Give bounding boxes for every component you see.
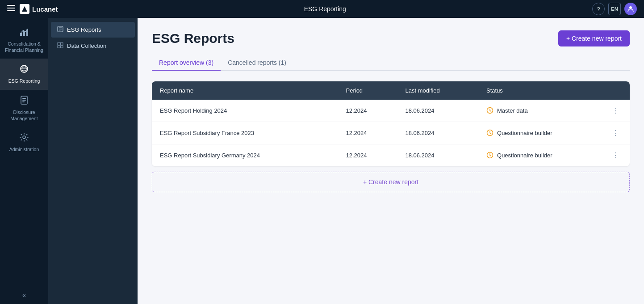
svg-rect-2 xyxy=(7,10,15,11)
sidebar-item-consolidation-label: Consolidation & Financial Planning xyxy=(2,41,46,53)
cell-status: Questionnaire builder ⋮ xyxy=(478,144,630,166)
svg-rect-16 xyxy=(59,30,61,30)
cell-last-modified: 18.06.2024 xyxy=(397,100,478,122)
secondary-sidebar-item-esg-reports[interactable]: ESG Reports xyxy=(51,22,135,38)
svg-rect-10 xyxy=(22,100,26,101)
col-report-name: Report name xyxy=(152,81,338,100)
svg-rect-11 xyxy=(22,101,25,102)
svg-rect-5 xyxy=(23,31,25,36)
content-area: ESG Reports + Create new report Report o… xyxy=(138,18,644,304)
sidebar: Consolidation & Financial Planning ESG R… xyxy=(0,18,48,304)
svg-rect-17 xyxy=(58,42,60,45)
page-title: ESG Reports xyxy=(152,31,234,46)
tab-report-overview[interactable]: Report overview (3) xyxy=(152,55,221,71)
main-layout: Consolidation & Financial Planning ESG R… xyxy=(0,18,644,304)
user-avatar[interactable] xyxy=(624,3,637,15)
col-status: Status xyxy=(478,81,630,100)
table-row: ESG Report Subsidiary Germany 2024 12.20… xyxy=(152,144,630,166)
sidebar-item-admin[interactable]: Administration xyxy=(0,127,48,158)
table-row: ESG Report Subsidiary France 2023 12.202… xyxy=(152,122,630,144)
svg-rect-20 xyxy=(61,46,63,48)
tab-cancelled-reports[interactable]: Cancelled reports (1) xyxy=(221,55,293,71)
app-name: ESG Reporting xyxy=(304,5,346,13)
sidebar-item-consolidation[interactable]: Consolidation & Financial Planning xyxy=(0,21,48,59)
secondary-sidebar-item-esg-reports-label: ESG Reports xyxy=(67,26,101,33)
esg-icon xyxy=(19,64,29,76)
status-label: Questionnaire builder xyxy=(497,152,552,159)
svg-rect-14 xyxy=(59,28,62,28)
logo: Lucanet xyxy=(20,4,58,14)
cell-status: Master data ⋮ xyxy=(478,100,630,122)
status-label: Master data xyxy=(497,107,528,114)
cell-report-name: ESG Report Holding 2024 xyxy=(152,100,338,122)
svg-rect-15 xyxy=(59,29,62,29)
table-row: ESG Report Holding 2024 12.2024 18.06.20… xyxy=(152,100,630,122)
cell-report-name: ESG Report Subsidiary Germany 2024 xyxy=(152,144,338,166)
cell-period: 12.2024 xyxy=(338,144,397,166)
report-table: Report name Period Last modified Status … xyxy=(152,81,630,166)
cell-period: 12.2024 xyxy=(338,122,397,144)
help-icon[interactable]: ? xyxy=(592,3,605,15)
svg-rect-19 xyxy=(58,46,60,48)
data-collection-icon xyxy=(57,42,63,50)
svg-point-12 xyxy=(23,136,25,139)
menu-icon[interactable] xyxy=(7,5,15,13)
consolidation-icon xyxy=(19,27,29,39)
col-period: Period xyxy=(338,81,397,100)
col-last-modified: Last modified xyxy=(397,81,478,100)
sidebar-item-esg[interactable]: ESG Reporting xyxy=(0,59,48,90)
secondary-sidebar-item-data-collection[interactable]: Data Collection xyxy=(51,38,135,54)
svg-rect-0 xyxy=(7,5,15,6)
cell-period: 12.2024 xyxy=(338,100,397,122)
secondary-sidebar-item-data-collection-label: Data Collection xyxy=(67,42,106,49)
svg-rect-1 xyxy=(7,8,15,8)
admin-icon xyxy=(19,132,29,144)
svg-rect-9 xyxy=(22,98,26,99)
cell-last-modified: 18.06.2024 xyxy=(397,144,478,166)
row-actions-menu-button[interactable]: ⋮ xyxy=(609,106,622,116)
status-label: Questionnaire builder xyxy=(497,130,552,136)
svg-rect-4 xyxy=(20,33,22,36)
sidebar-collapse-button[interactable]: « xyxy=(0,286,48,304)
esg-reports-icon xyxy=(57,26,63,34)
sidebar-item-disclosure[interactable]: Disclosure Management xyxy=(0,90,48,127)
create-new-report-row-button[interactable]: + Create new report xyxy=(152,172,630,192)
svg-rect-18 xyxy=(61,42,63,45)
sidebar-item-esg-label: ESG Reporting xyxy=(8,78,40,84)
tabs: Report overview (3) Cancelled reports (1… xyxy=(152,55,630,71)
sidebar-item-admin-label: Administration xyxy=(9,147,39,153)
cell-last-modified: 18.06.2024 xyxy=(397,122,478,144)
language-button[interactable]: EN xyxy=(608,3,621,15)
row-actions-menu-button[interactable]: ⋮ xyxy=(609,150,622,160)
sidebar-item-disclosure-label: Disclosure Management xyxy=(2,110,46,122)
svg-point-3 xyxy=(629,6,632,9)
page-header: ESG Reports + Create new report xyxy=(152,30,630,46)
cell-report-name: ESG Report Subsidiary France 2023 xyxy=(152,122,338,144)
topbar: Lucanet ESG Reporting ? EN xyxy=(0,0,644,18)
row-actions-menu-button[interactable]: ⋮ xyxy=(609,128,622,138)
create-new-report-button[interactable]: + Create new report xyxy=(558,30,630,46)
disclosure-icon xyxy=(19,95,29,107)
cell-status: Questionnaire builder ⋮ xyxy=(478,122,630,144)
secondary-sidebar: ESG Reports Data Collection xyxy=(48,18,138,304)
